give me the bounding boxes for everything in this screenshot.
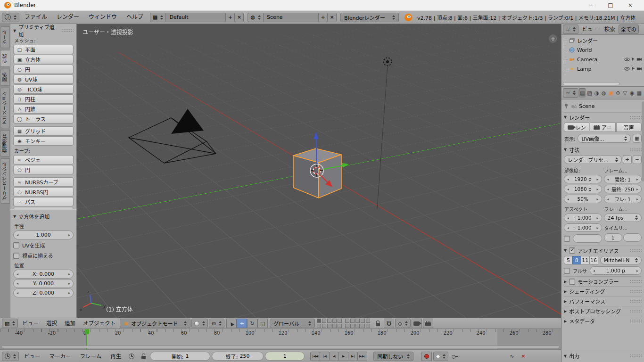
layer-toggle[interactable] (345, 324, 349, 328)
add-nurbs-circle-button[interactable]: ◌NURBS円 (13, 187, 74, 197)
menu-select[interactable]: 選択 (43, 318, 60, 329)
render-audio-button[interactable]: 音声 (616, 123, 642, 132)
add-cube-button[interactable]: ▣立方体 (13, 55, 74, 64)
panel-antialiasing-header[interactable]: ▼ アンチエイリアス (564, 246, 642, 255)
aa-filter-dropdown[interactable]: Mitchell-N (600, 256, 642, 264)
menu-search[interactable]: 検索 (602, 24, 618, 35)
jump-to-end-button[interactable]: ▶▶| (357, 352, 367, 361)
preset-add-button[interactable]: + (623, 155, 632, 164)
delete-keyframe-button[interactable]: × (518, 352, 528, 361)
time-remap-new-field[interactable] (623, 233, 642, 242)
editor-type-selector[interactable]: i (2, 13, 19, 22)
increment-arrow-icon[interactable]: ▸ (68, 272, 70, 276)
current-frame-handle[interactable] (85, 329, 89, 334)
screen-layout-add-button[interactable]: + (225, 13, 235, 22)
layer-toggle[interactable] (350, 324, 355, 328)
driver-button[interactable]: ∿ (507, 352, 517, 361)
add-cylinder-button[interactable]: ▯円柱 (13, 94, 74, 104)
panel-grip[interactable] (629, 148, 642, 152)
aa-samples-5-button[interactable]: 5 (564, 256, 573, 264)
scale-manipulator-toggle[interactable]: ◱ (257, 319, 268, 328)
opengl-render-button[interactable] (412, 319, 422, 328)
3d-viewport[interactable]: x y z ユーザー・透視投影 (1) 立方体 + (77, 24, 561, 318)
add-grid-button[interactable]: ▦グリッド (13, 126, 74, 136)
add-bezier-button[interactable]: ≈ベジェ (13, 155, 74, 165)
tab-render[interactable]: ▤ (579, 88, 586, 98)
rotate-manipulator-toggle[interactable]: ↻ (247, 319, 257, 328)
border-checkbox[interactable] (564, 236, 570, 242)
outliner-filter-dropdown[interactable]: 全ての (619, 25, 639, 34)
properties-scrollbar[interactable] (642, 101, 644, 181)
panel-metadata-header[interactable]: ▶ メタデータ (564, 316, 642, 326)
aa-samples-11-button[interactable]: 11 (581, 256, 590, 264)
snap-toggle[interactable]: Ω (384, 319, 394, 328)
aspect-x-field[interactable]: ◂: 1.000▸ (564, 214, 602, 222)
panel-grip[interactable] (629, 289, 642, 293)
pin-icon[interactable] (564, 103, 569, 109)
selectability-cursor-icon[interactable] (631, 57, 636, 62)
motion-blur-checkbox[interactable] (569, 279, 575, 285)
outliner-item-renderlayers[interactable]: レンダー (561, 36, 644, 45)
add-uvsphere-button[interactable]: ◍UV球 (13, 74, 74, 84)
viewport-shading-dropdown[interactable] (191, 319, 208, 328)
tab-create[interactable]: 作成 (0, 50, 10, 67)
frame-start-field[interactable]: 開始: 1 (150, 352, 210, 361)
panel-grip[interactable] (629, 249, 642, 253)
region-expand-button[interactable]: + (549, 34, 557, 43)
resolution-x-field[interactable]: ◂1920 p▸ (564, 175, 602, 183)
time-remap-old-field[interactable]: 1 (604, 233, 622, 242)
panel-render-header[interactable]: ▼ レンダー (564, 112, 642, 122)
panel-grip[interactable] (629, 115, 642, 119)
frame-step-field[interactable]: ◂フレ: 1▸ (604, 195, 642, 203)
lock-time-toggle[interactable] (138, 352, 149, 361)
panel-grip[interactable] (629, 280, 642, 283)
panel-grip[interactable] (61, 29, 74, 33)
decrement-arrow-icon[interactable]: ◂ (17, 281, 18, 286)
tab-relations[interactable]: 関係 (0, 69, 10, 86)
location-y-field[interactable]: ◂ Y: 0.000 ▸ (13, 279, 74, 288)
tab-modifiers[interactable]: ⚙ (615, 88, 621, 98)
frame-end-field[interactable]: 終了: 250 (212, 352, 264, 361)
layer-toggle[interactable] (350, 319, 355, 323)
minimize-button[interactable]: ─ (581, 0, 601, 10)
menu-marker[interactable]: マーカー (46, 351, 75, 362)
jump-to-start-button[interactable]: |◀◀ (310, 352, 320, 361)
add-circle-button[interactable]: ○円 (13, 65, 74, 74)
layer-toggle[interactable] (332, 319, 337, 323)
lamp-object[interactable] (384, 58, 392, 66)
snap-element-dropdown[interactable]: ◇ (395, 319, 410, 328)
border-field[interactable] (573, 234, 602, 243)
increment-arrow-icon[interactable]: ▸ (68, 281, 70, 286)
panel-output-header[interactable]: ▼ 出力 (564, 351, 642, 361)
panel-dimensions-header[interactable]: ▼ 寸法 (564, 145, 642, 154)
panel-grip[interactable] (629, 319, 642, 323)
manipulator-z-axis[interactable] (316, 139, 317, 164)
menu-add[interactable]: 追加 (61, 318, 79, 329)
tab-data[interactable]: ▽ (622, 88, 628, 98)
screen-layout-browse-button[interactable]: ▦ (150, 13, 166, 22)
render-preset-dropdown[interactable]: レンダープリセ... (564, 155, 622, 164)
scene-add-button[interactable]: + (318, 13, 328, 22)
decrement-arrow-icon[interactable]: ◂ (17, 272, 18, 276)
generate-uv-checkbox[interactable] (13, 242, 19, 248)
panel-grip[interactable] (629, 354, 642, 358)
layer-toggle[interactable] (361, 319, 365, 323)
panel-shading-header[interactable]: ▶ シェーディング (564, 286, 642, 296)
screen-layout-delete-button[interactable]: × (234, 13, 244, 22)
renderability-camera-icon[interactable] (636, 66, 642, 71)
add-icosphere-button[interactable]: ◎ICO球 (13, 84, 74, 94)
draw-curve-button[interactable]: ≈カーブを描画 (13, 207, 74, 209)
align-to-view-checkbox[interactable] (13, 253, 19, 259)
increment-arrow-icon[interactable]: ▸ (68, 233, 70, 237)
play-button[interactable]: ▶ (339, 352, 348, 361)
frame-rate-dropdown[interactable]: 24 fps (604, 214, 642, 222)
menu-view[interactable]: ビュー (579, 24, 601, 35)
generate-uv-row[interactable]: UVを生成 (13, 240, 74, 250)
layer-toggle[interactable] (327, 319, 331, 323)
opengl-render-animation-button[interactable] (423, 319, 433, 328)
menu-view[interactable]: ビュー (20, 351, 44, 362)
current-frame-field[interactable]: 1 (265, 352, 305, 361)
mode-dropdown[interactable]: ▣ オブジェクトモード (120, 319, 190, 328)
menu-help[interactable]: ヘルプ (122, 11, 148, 24)
frame-start-field[interactable]: ◂開始: 1▸ (604, 175, 642, 183)
